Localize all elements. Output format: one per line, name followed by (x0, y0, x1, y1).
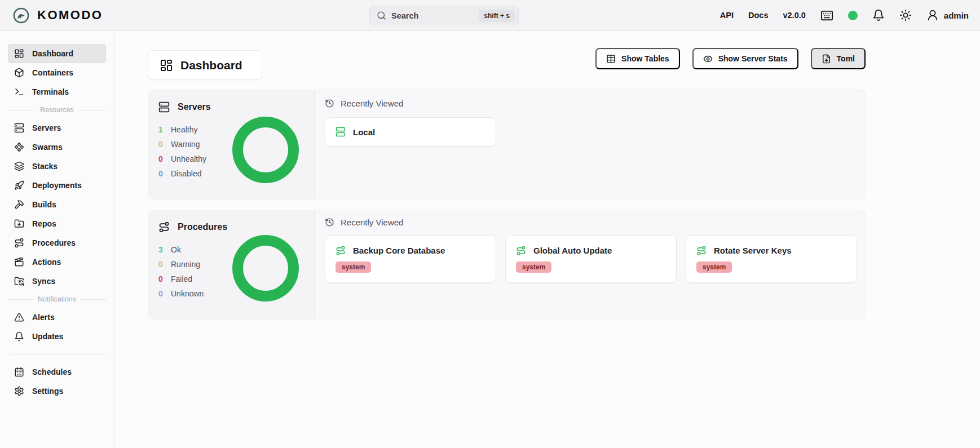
sidebar-item-label: Containers (32, 68, 73, 77)
box-icon (14, 68, 24, 78)
sidebar-item-actions[interactable]: Actions (8, 252, 106, 272)
theme-toggle-sun-icon[interactable] (899, 9, 912, 21)
system-tag: system (696, 261, 732, 273)
route-icon (336, 246, 346, 256)
notifications-bell-icon[interactable] (872, 9, 885, 21)
sidebar-item-procedures[interactable]: Procedures (8, 233, 106, 252)
system-tag: system (336, 261, 371, 273)
sidebar-item-repos[interactable]: Repos (8, 214, 106, 233)
keyboard-shortcuts-icon[interactable] (820, 9, 833, 22)
servers-summary-card[interactable]: Servers 1Healthy 0Warning 0Unhealthy 0Di… (148, 90, 315, 199)
sidebar-item-label: Actions (32, 258, 61, 267)
page-title: Dashboard (180, 59, 242, 72)
komodo-logo-icon (12, 7, 30, 24)
sidebar-item-containers[interactable]: Containers (8, 63, 106, 82)
search-shortcut-badge: shift + s (479, 10, 515, 22)
stat-label: Ok (171, 245, 181, 254)
user-name: admin (944, 11, 969, 20)
servers-summary-title: Servers (178, 102, 211, 112)
dashboard-icon (14, 48, 24, 59)
search-icon (377, 11, 386, 20)
hammer-icon (14, 199, 24, 210)
bell-icon (14, 331, 24, 341)
procedures-status-donut (232, 235, 299, 301)
sidebar-item-builds[interactable]: Builds (8, 195, 106, 214)
search-input[interactable] (391, 11, 474, 20)
docs-link[interactable]: Docs (748, 11, 768, 20)
sidebar-item-label: Alerts (32, 313, 55, 322)
sidebar-item-settings[interactable]: Settings (8, 382, 106, 401)
stat-value: 0 (158, 260, 164, 269)
show-server-stats-button[interactable]: Show Server Stats (692, 48, 798, 69)
recently-viewed-heading: Recently Viewed (341, 218, 403, 227)
komodo-logo[interactable]: KOMODO (12, 7, 103, 24)
server-icon (158, 101, 170, 113)
brand-name: KOMODO (37, 8, 103, 23)
server-icon (14, 123, 24, 133)
gear-icon (14, 386, 24, 396)
recent-procedure-card[interactable]: Global Auto Update system (505, 235, 677, 283)
stat-label: Warning (171, 140, 200, 149)
sidebar-item-label: Settings (32, 387, 63, 396)
sidebar-item-label: Builds (32, 200, 56, 209)
sidebar-item-label: Updates (32, 332, 63, 341)
sidebar-item-updates[interactable]: Updates (8, 327, 106, 346)
sidebar-section-notifications: Notifications (8, 291, 106, 308)
sidebar-item-syncs[interactable]: Syncs (8, 272, 106, 291)
eye-icon (703, 54, 713, 64)
sidebar-item-schedules[interactable]: Schedules (8, 362, 106, 382)
topbar-right: API Docs v2.0.0 admin (720, 9, 969, 22)
system-tag: system (516, 261, 551, 273)
sidebar-item-alerts[interactable]: Alerts (8, 308, 106, 327)
servers-section: Servers 1Healthy 0Warning 0Unhealthy 0Di… (148, 90, 866, 199)
recent-item-name: Rotate Server Keys (714, 246, 792, 255)
clapperboard-icon (14, 257, 24, 267)
show-tables-button[interactable]: Show Tables (595, 48, 680, 69)
api-link[interactable]: API (720, 11, 734, 20)
route-icon (14, 238, 24, 248)
stat-label: Unknown (171, 289, 204, 298)
calendar-icon (14, 367, 24, 377)
sidebar-item-label: Repos (32, 219, 56, 228)
stat-label: Healthy (171, 125, 197, 134)
procedures-recently-viewed: Recently Viewed Backup Core Database sys… (315, 210, 866, 320)
servers-recently-viewed: Recently Viewed Local (315, 90, 866, 199)
route-icon (158, 221, 170, 233)
sidebar-item-label: Swarms (32, 143, 63, 152)
sidebar-item-stacks[interactable]: Stacks (8, 157, 106, 176)
stat-label: Running (171, 260, 200, 269)
procedures-section: Procedures 3Ok 0Running 0Failed 0Unknown… (148, 210, 866, 320)
sidebar-item-terminals[interactable]: Terminals (8, 82, 106, 101)
recent-server-card-local[interactable]: Local (325, 117, 496, 147)
stat-label: Disabled (171, 169, 201, 178)
history-icon (325, 218, 334, 227)
toml-button[interactable]: Toml (811, 48, 866, 69)
connection-status-dot[interactable] (848, 11, 858, 20)
recent-item-name: Global Auto Update (533, 246, 612, 255)
folder-down-icon (14, 219, 24, 229)
stat-value: 1 (158, 125, 164, 134)
sidebar-item-label: Syncs (32, 277, 55, 286)
user-menu[interactable]: admin (926, 9, 969, 21)
procedures-summary-card[interactable]: Procedures 3Ok 0Running 0Failed 0Unknown (148, 210, 315, 320)
sidebar-divider (9, 354, 105, 354)
sidebar-item-label: Stacks (32, 162, 58, 171)
route-icon (696, 246, 707, 256)
file-down-icon (822, 54, 831, 64)
sidebar-item-deployments[interactable]: Deployments (8, 176, 106, 195)
recent-procedure-card[interactable]: Rotate Server Keys system (686, 235, 857, 283)
sidebar-item-servers[interactable]: Servers (8, 118, 106, 137)
recent-item-name: Backup Core Database (353, 246, 445, 255)
alert-triangle-icon (14, 312, 24, 322)
version-link[interactable]: v2.0.0 (783, 11, 805, 20)
route-icon (516, 246, 526, 256)
history-icon (325, 99, 334, 108)
page-title-card: Dashboard (148, 50, 262, 80)
stat-label: Unhealthy (171, 154, 206, 163)
stat-label: Failed (171, 274, 192, 283)
topbar: KOMODO shift + s API Docs v2.0.0 admin (0, 0, 980, 31)
sidebar-item-swarms[interactable]: Swarms (8, 137, 106, 157)
recent-procedure-card[interactable]: Backup Core Database system (325, 235, 496, 283)
global-search[interactable]: shift + s (369, 6, 519, 25)
sidebar-item-dashboard[interactable]: Dashboard (8, 44, 106, 63)
